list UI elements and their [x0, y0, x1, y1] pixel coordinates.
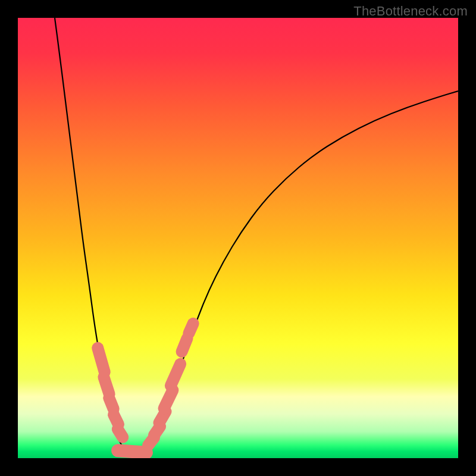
marker-right-cluster	[164, 390, 173, 409]
marker-left-cluster	[98, 348, 105, 372]
marker-left-cluster	[104, 377, 109, 394]
marker-right-cluster	[189, 324, 193, 333]
marker-left-cluster	[114, 415, 118, 424]
marker-bottom-cluster	[118, 450, 146, 452]
plot-area	[18, 18, 458, 458]
watermark-text: TheBottleneck.com	[353, 4, 468, 19]
marker-left-cluster	[109, 398, 113, 409]
chart-container: TheBottleneck.com	[0, 0, 476, 476]
marker-right-cluster	[182, 339, 187, 352]
marker-left-cluster	[118, 429, 123, 437]
gradient-background	[18, 18, 458, 458]
